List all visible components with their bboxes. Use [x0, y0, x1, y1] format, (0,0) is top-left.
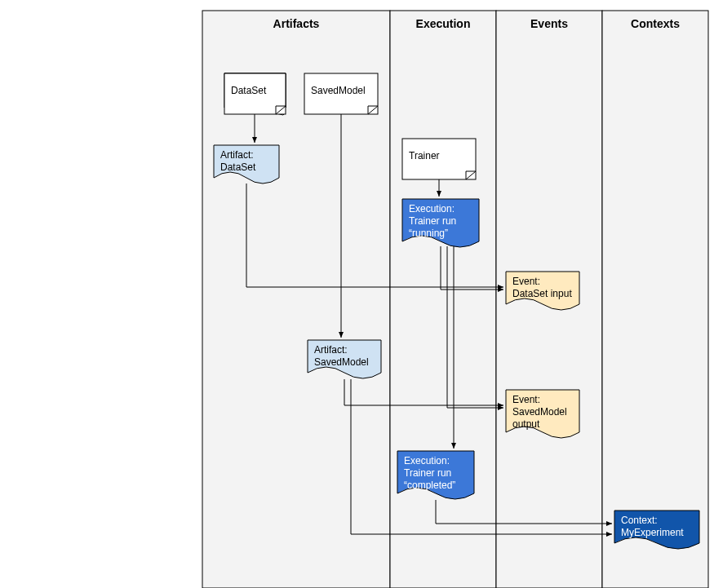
svg-text:MyExperiment: MyExperiment — [621, 527, 684, 538]
col-execution-bg — [390, 11, 496, 588]
diagram-svg: Artifacts Execution Events Contexts Data… — [0, 0, 714, 588]
diagram: Artifacts Execution Events Contexts Data… — [0, 0, 714, 588]
col-artifacts-header: Artifacts — [273, 17, 320, 30]
svg-text:Artifact:: Artifact: — [314, 344, 348, 356]
svg-text:Artifact:: Artifact: — [220, 149, 254, 161]
svg-text:“completed”: “completed” — [404, 480, 455, 491]
col-contexts-header: Contexts — [631, 17, 680, 30]
svg-text:Execution:: Execution: — [404, 455, 450, 466]
col-contexts-bg — [602, 11, 708, 588]
svg-text:output: output — [512, 418, 540, 430]
svg-text:Execution:: Execution: — [409, 203, 455, 214]
svg-text:DataSet input: DataSet input — [512, 288, 572, 299]
svg-text:DataSet: DataSet — [220, 161, 256, 173]
trainer-doc-label: Trainer — [409, 150, 440, 161]
col-execution-header: Execution — [416, 17, 471, 30]
node-dataset-doc: DataSet — [224, 73, 286, 115]
svg-text:Context:: Context: — [621, 515, 658, 526]
savedmodel-doc-label: SavedModel — [311, 85, 366, 96]
svg-text:Trainer run: Trainer run — [409, 215, 456, 227]
node-trainer-doc: Trainer — [402, 139, 476, 179]
svg-text:Trainer run: Trainer run — [404, 467, 451, 479]
node-savedmodel-doc: SavedModel — [304, 73, 378, 114]
dataset-doc-label: DataSet — [231, 85, 267, 96]
svg-text:SavedModel: SavedModel — [314, 356, 369, 368]
svg-text:“running”: “running” — [409, 228, 448, 239]
svg-text:SavedModel: SavedModel — [512, 406, 567, 418]
col-events-header: Events — [530, 17, 568, 30]
svg-text:Event:: Event: — [512, 276, 540, 287]
svg-text:Event:: Event: — [512, 394, 540, 405]
